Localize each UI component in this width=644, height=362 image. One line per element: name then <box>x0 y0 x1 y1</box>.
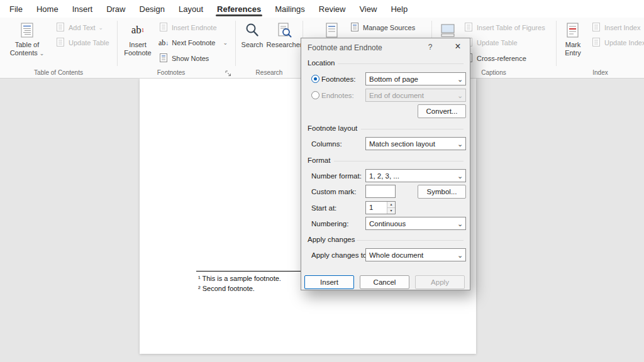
footnote-separator <box>196 271 302 272</box>
chevron-down-icon: ⌄ <box>456 92 464 99</box>
insert-table-of-figures-button[interactable]: Insert Table of Figures <box>461 21 548 35</box>
update-table-icon <box>55 37 65 48</box>
section-divider <box>338 63 464 64</box>
chevron-down-icon: ⌄ <box>99 25 104 30</box>
search-button[interactable]: Search <box>239 19 265 68</box>
table-of-contents-label: Table of Contents ⌄ <box>10 41 45 57</box>
number-format-label: Number format: <box>311 172 362 180</box>
insert-footnote-button[interactable]: ab1 Insert Footnote <box>121 19 154 68</box>
menu-references[interactable]: References <box>210 0 268 18</box>
group-label-footnotes: Footnotes <box>118 69 225 76</box>
apply-changes-to-label: Apply changes to: <box>311 251 369 259</box>
next-footnote-button[interactable]: ab↓ Next Footnote ⌄ <box>156 36 230 50</box>
mark-entry-icon <box>565 21 581 40</box>
custom-mark-input[interactable] <box>365 185 396 198</box>
insert-index-button[interactable]: Insert Index <box>589 21 643 35</box>
table-of-contents-icon <box>19 21 35 40</box>
menu-insert[interactable]: Insert <box>65 0 100 18</box>
menu-review[interactable]: Review <box>312 0 353 18</box>
cancel-button[interactable]: Cancel <box>360 275 409 289</box>
section-divider <box>361 129 464 129</box>
chevron-down-icon: ⌄ <box>40 50 45 57</box>
insert-endnote-icon <box>158 22 169 33</box>
insert-table-of-figures-icon <box>464 22 474 33</box>
section-divider <box>357 240 464 241</box>
group-label-table-of-contents: Table of Contents <box>0 69 117 76</box>
numbering-combobox[interactable]: Continuous ⌄ <box>365 217 466 230</box>
footnotes-radio-label: Footnotes: <box>321 75 355 83</box>
format-heading: Format <box>308 156 330 164</box>
endnotes-radio[interactable] <box>311 91 319 99</box>
menu-file[interactable]: File <box>3 0 30 18</box>
search-label: Search <box>242 41 264 49</box>
group-label-index: Index <box>557 69 644 76</box>
spin-down-icon[interactable]: ▾ <box>387 208 395 214</box>
dialog-help-button[interactable]: ? <box>425 43 435 52</box>
section-divider <box>334 161 464 162</box>
footnote-endnote-dialog: Footnote and Endnote ? × Location Footno… <box>301 38 470 290</box>
menu-draw[interactable]: Draw <box>99 0 132 18</box>
search-icon <box>244 21 260 40</box>
mark-entry-button[interactable]: Mark Entry <box>558 19 587 68</box>
footnotes-dialog-launcher-icon[interactable] <box>224 69 233 78</box>
menu-home[interactable]: Home <box>30 0 65 18</box>
footnotes-position-combobox[interactable]: Bottom of page ⌄ <box>365 72 466 85</box>
chevron-down-icon: ⌄ <box>456 173 464 179</box>
insert-index-icon <box>591 22 601 33</box>
insert-footnote-label: Insert Footnote <box>124 41 151 57</box>
footnote-text-1: ¹ This is a sample footnote. <box>198 275 281 282</box>
numbering-label: Numbering: <box>311 220 348 228</box>
menu-layout[interactable]: Layout <box>172 0 210 18</box>
footnote-layout-heading: Footnote layout <box>308 124 357 132</box>
number-format-combobox[interactable]: 1, 2, 3, ... ⌄ <box>365 169 466 182</box>
researcher-icon <box>276 21 292 40</box>
menu-design[interactable]: Design <box>133 0 172 18</box>
chevron-down-icon: ⌄ <box>456 221 464 227</box>
show-notes-icon <box>158 53 169 64</box>
citation-icon <box>324 21 340 40</box>
location-heading: Location <box>308 59 335 67</box>
menu-view[interactable]: View <box>352 0 384 18</box>
manage-sources-icon <box>350 22 360 33</box>
update-table-button[interactable]: Update Table <box>53 36 112 50</box>
researcher-button[interactable]: Researcher <box>267 19 302 68</box>
convert-button[interactable]: Convert... <box>418 104 466 118</box>
custom-mark-label: Custom mark: <box>311 188 357 195</box>
insert-button[interactable]: Insert <box>304 275 354 289</box>
researcher-label: Researcher <box>267 41 303 49</box>
caption-icon <box>440 21 456 40</box>
show-notes-button[interactable]: Show Notes <box>156 52 211 65</box>
dialog-title: Footnote and Endnote <box>308 43 382 52</box>
apply-changes-to-combobox[interactable]: Whole document ⌄ <box>365 248 466 261</box>
menu-mailings[interactable]: Mailings <box>268 0 312 18</box>
dialog-close-button[interactable]: × <box>452 41 464 52</box>
manage-sources-button[interactable]: Manage Sources <box>347 21 418 35</box>
spin-up-icon[interactable]: ▴ <box>387 202 395 208</box>
symbol-button[interactable]: Symbol... <box>418 185 466 199</box>
chevron-down-icon: ⌄ <box>456 76 464 82</box>
group-label-research: Research <box>236 69 303 76</box>
footnotes-radio[interactable] <box>311 75 319 83</box>
chevron-down-icon: ⌄ <box>456 141 464 147</box>
menu-bar: File Home Insert Draw Design Layout Refe… <box>0 0 644 18</box>
table-of-contents-button[interactable]: Table of Contents ⌄ <box>5 19 49 68</box>
start-at-spinner[interactable]: 1 ▴ ▾ <box>365 201 396 214</box>
add-text-button[interactable]: Add Text ⌄ <box>53 21 106 35</box>
insert-endnote-button[interactable]: Insert Endnote <box>156 21 219 35</box>
columns-combobox[interactable]: Match section layout ⌄ <box>365 137 466 150</box>
apply-button[interactable]: Apply <box>415 275 465 289</box>
start-at-label: Start at: <box>311 204 336 212</box>
endnotes-position-combobox[interactable]: End of document ⌄ <box>365 89 466 102</box>
group-separator <box>117 21 118 66</box>
cross-reference-button[interactable]: Cross-reference <box>461 52 529 65</box>
endnotes-radio-label: Endnotes: <box>321 92 354 99</box>
update-index-button[interactable]: Update Index <box>589 36 644 50</box>
menu-help[interactable]: Help <box>384 0 414 18</box>
columns-label: Columns: <box>311 140 342 148</box>
add-text-icon <box>55 22 65 33</box>
group-separator <box>235 21 236 66</box>
word-window: File Home Insert Draw Design Layout Refe… <box>0 0 644 362</box>
mark-entry-label: Mark Entry <box>565 41 581 57</box>
chevron-down-icon: ⌄ <box>223 40 228 45</box>
next-footnote-icon: ab↓ <box>158 38 169 48</box>
